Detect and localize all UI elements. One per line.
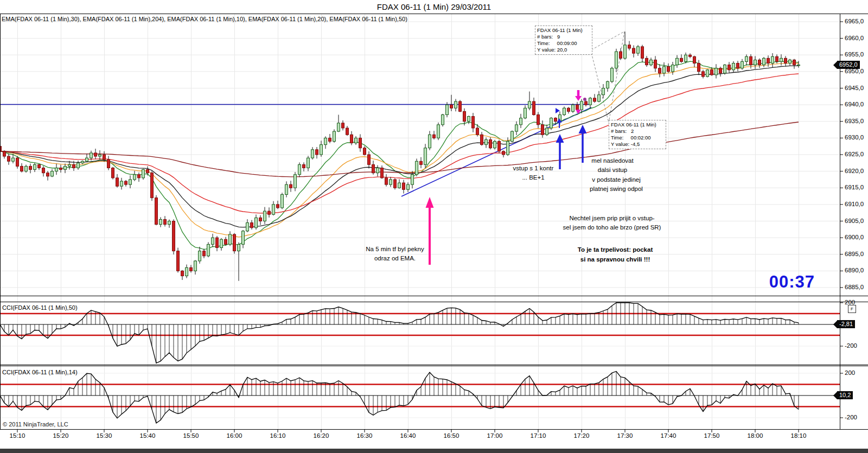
time-axis-label: 17:50	[704, 432, 720, 439]
candle	[550, 118, 553, 128]
chart-canvas[interactable]	[0, 0, 868, 453]
annotation-odraz-line2: odraz od EMA.	[366, 254, 424, 263]
annotation-trpelivost[interactable]: To je ta trpelivost: pockat si na spravn…	[578, 245, 653, 264]
marker-triangle[interactable]	[556, 108, 560, 113]
candle	[620, 52, 622, 58]
up-arrow-head[interactable]	[426, 197, 434, 208]
annotation-mel-nasledovat[interactable]: mel nasledovat dalsi vstup	[591, 156, 633, 175]
candle	[281, 195, 284, 208]
candle	[285, 184, 288, 194]
price-axis-label: 6910,0	[845, 201, 864, 207]
annotation-podstate[interactable]: v podstate jedinej platnej swing odpol	[590, 175, 643, 194]
candle	[607, 81, 609, 88]
annotation-nechtel-line2: sel jsem do toho ale brzo (pred SR)	[563, 223, 661, 232]
candle	[633, 48, 635, 53]
annotation-odraz[interactable]: Na 5 min tf byl pekny odraz od EMA.	[366, 245, 424, 263]
candle	[424, 148, 427, 165]
candle	[706, 70, 709, 76]
candle	[207, 244, 210, 256]
candle	[333, 131, 336, 141]
price-axis-label: 6930,0	[845, 134, 864, 141]
candle	[159, 219, 162, 224]
measure-box-2[interactable]: FDAX 06-11 (1 Min) # bars: 2 Time: 00:02…	[609, 120, 666, 149]
candle	[459, 101, 462, 111]
cci14-axis-bottom[interactable]: -200	[845, 414, 857, 420]
ema-20-line[interactable]	[0, 63, 799, 237]
time-axis-label: 16:00	[227, 432, 242, 439]
candle	[64, 166, 67, 169]
candle	[468, 117, 470, 122]
candle	[368, 155, 371, 164]
candle	[81, 161, 84, 163]
candle	[94, 153, 97, 156]
cci50-axis-bottom[interactable]: -200	[845, 342, 857, 349]
annotation-odraz-line1: Na 5 min tf byl pekny	[366, 245, 424, 254]
price-axis-label: 6945,0	[845, 85, 864, 91]
candle	[133, 175, 136, 180]
candle	[42, 168, 45, 173]
candle	[637, 47, 640, 53]
cci50-f-icon[interactable]: F	[848, 305, 856, 313]
candle	[724, 65, 726, 73]
candle	[290, 184, 292, 188]
candle	[602, 88, 605, 95]
candle	[680, 58, 683, 61]
candle	[520, 118, 522, 125]
candle	[537, 115, 540, 125]
candle	[346, 128, 349, 135]
candle	[554, 118, 557, 122]
candle	[251, 223, 253, 228]
annotation-vstup[interactable]: vstup s 1 kontr ... BE+1	[513, 164, 554, 182]
candle	[142, 170, 145, 178]
candle	[272, 205, 275, 214]
measure-box-1-bars: # bars: 9	[537, 34, 560, 40]
down-arrow-head[interactable]	[575, 96, 582, 101]
up-arrow-head[interactable]	[579, 125, 587, 133]
candle	[646, 58, 648, 65]
time-axis-label: 15:30	[97, 432, 112, 439]
up-arrow-head[interactable]	[556, 134, 564, 143]
candle	[654, 60, 657, 68]
candle	[329, 138, 331, 141]
candle	[667, 67, 670, 72]
candle	[381, 168, 384, 178]
candle	[750, 56, 752, 65]
ema-30-line[interactable]	[0, 66, 799, 227]
annotation-nechtel[interactable]: Nechtel jsem prip prijit o vstup- sel js…	[563, 214, 661, 232]
candle	[455, 101, 457, 108]
candle	[784, 58, 787, 63]
price-axis-label: 6920,0	[845, 168, 864, 174]
price-axis-label: 6890,0	[845, 267, 864, 273]
candle	[659, 68, 661, 73]
measure-box-2-yvalue: Y value: -4,5	[611, 141, 640, 147]
candle	[498, 142, 501, 151]
candle	[277, 205, 279, 208]
ema-50-line[interactable]	[0, 74, 799, 213]
candle	[398, 183, 401, 188]
candle	[481, 135, 483, 144]
candle	[186, 267, 188, 276]
candle	[737, 63, 739, 68]
candle	[372, 164, 375, 173]
candle	[689, 55, 692, 56]
candle	[463, 111, 466, 121]
candle	[168, 221, 171, 225]
candle	[676, 58, 679, 65]
candle	[324, 138, 327, 144]
candle	[515, 125, 518, 131]
candle	[776, 56, 778, 61]
candle	[34, 164, 36, 169]
trendline[interactable]	[401, 107, 591, 196]
candle	[181, 271, 184, 276]
time-axis-label: 15:40	[140, 432, 156, 439]
candle	[416, 161, 418, 175]
candle	[246, 223, 249, 231]
candle	[624, 45, 627, 59]
candle	[741, 62, 744, 68]
cci50-line[interactable]	[0, 303, 799, 363]
candle	[420, 161, 423, 164]
ema-indicator-label: EMA(FDAX 06-11 (1 Min),30), EMA(FDAX 06-…	[2, 16, 407, 22]
measure-box-1[interactable]: FDAX 06-11 (1 Min) # bars: 9 Time: 00:09…	[535, 25, 592, 55]
cci14-axis-top[interactable]: 200	[845, 369, 855, 376]
candle	[99, 155, 101, 156]
